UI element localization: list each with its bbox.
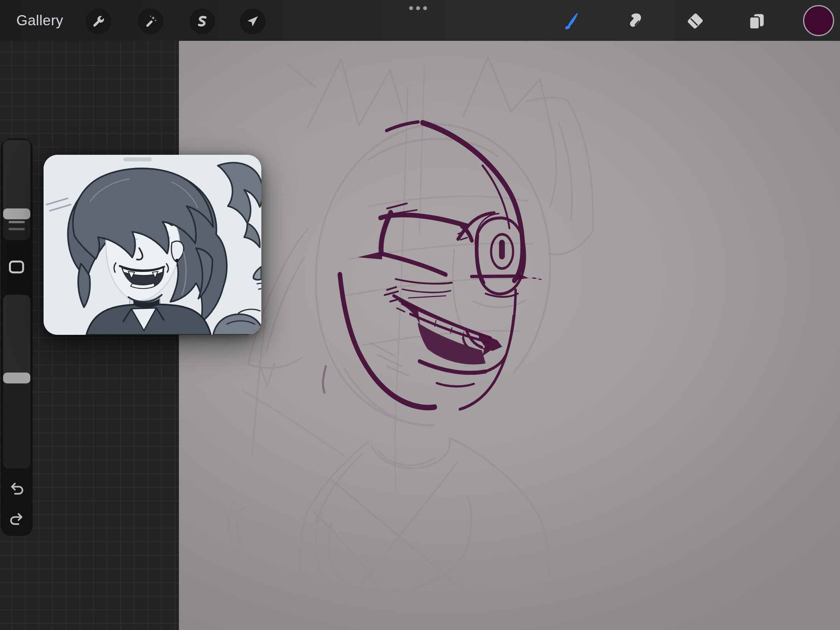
adjustments-button[interactable]	[138, 9, 163, 34]
reference-drag-handle[interactable]	[123, 158, 152, 161]
slider-grip-line	[9, 228, 25, 230]
gallery-button[interactable]: Gallery	[16, 0, 63, 41]
redo-arrow-icon	[8, 512, 25, 527]
modify-button[interactable]	[9, 261, 24, 273]
opacity-fill	[3, 295, 30, 380]
layers-button[interactable]	[744, 9, 769, 34]
transform-arrow-icon	[246, 14, 260, 28]
transform-button[interactable]	[240, 9, 266, 34]
paint-brush-icon	[562, 11, 582, 32]
undo-arrow-icon	[8, 482, 25, 497]
ellipsis-dot	[416, 6, 420, 10]
brush-size-fill	[3, 140, 30, 215]
smudge-finger-icon	[624, 12, 644, 31]
selection-button[interactable]	[189, 9, 215, 34]
reference-image	[44, 155, 261, 335]
erase-tool-button[interactable]	[682, 9, 708, 34]
brush-size-slider[interactable]	[3, 140, 30, 240]
magic-wand-icon	[144, 14, 158, 28]
layers-icon	[747, 12, 766, 31]
undo-button[interactable]	[6, 481, 27, 497]
selection-s-icon	[195, 14, 209, 28]
slider-grip-line	[9, 221, 25, 223]
sidebar	[1, 138, 33, 536]
wrench-icon	[91, 14, 105, 28]
reference-window[interactable]	[44, 155, 261, 335]
paint-tool-button[interactable]	[559, 9, 585, 34]
active-color-swatch[interactable]	[803, 5, 834, 36]
redo-button[interactable]	[6, 512, 27, 527]
canvas-artwork	[179, 41, 840, 630]
top-toolbar: Gallery	[0, 0, 840, 41]
smudge-tool-button[interactable]	[621, 9, 647, 34]
ellipsis-dot	[409, 6, 413, 10]
opacity-thumb[interactable]	[3, 373, 30, 383]
actions-button[interactable]	[86, 9, 111, 34]
brush-size-thumb[interactable]	[3, 208, 30, 219]
ellipsis-dot	[423, 6, 427, 10]
eraser-icon	[685, 12, 705, 31]
drawing-canvas[interactable]	[179, 41, 840, 630]
canvas-options-button[interactable]	[409, 6, 427, 10]
procreate-app: Gallery	[0, 0, 840, 630]
